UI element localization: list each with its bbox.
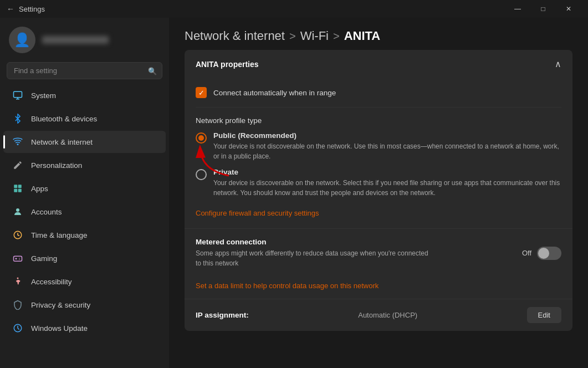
metered-status: Off	[522, 249, 531, 257]
data-limit-link[interactable]: Set a data limit to help control data us…	[196, 282, 379, 290]
network-label: Network & internet	[31, 138, 93, 146]
avatar-icon: 👤	[14, 32, 30, 48]
bluetooth-icon	[12, 113, 23, 124]
svg-point-8	[16, 208, 19, 212]
ip-label: IP assignment:	[196, 311, 249, 319]
search-box: 🔍	[7, 62, 162, 79]
public-text: Public (Recommended) Your device is not …	[213, 131, 561, 161]
private-option[interactable]: Private Your device is discoverable on t…	[196, 168, 561, 198]
svg-point-3	[17, 144, 19, 145]
accessibility-label: Accessibility	[31, 278, 72, 286]
back-button[interactable]: ←	[7, 4, 14, 13]
sidebar-item-time[interactable]: Time & language	[3, 224, 166, 246]
sidebar-item-personalization[interactable]: Personalization	[3, 154, 166, 176]
personalization-label: Personalization	[31, 161, 82, 170]
time-icon	[12, 229, 23, 241]
sidebar-item-update[interactable]: Windows Update	[3, 317, 166, 339]
section-header[interactable]: ANITA properties ∧	[185, 50, 572, 78]
toggle-thumb	[538, 248, 549, 259]
main-content: Network & internet > Wi-Fi > ANITA ANITA…	[169, 18, 588, 368]
search-input[interactable]	[7, 62, 162, 79]
minimize-button[interactable]: —	[505, 0, 530, 18]
sidebar-item-gaming[interactable]: Gaming	[3, 247, 166, 269]
svg-point-14	[19, 259, 20, 260]
svg-rect-5	[18, 185, 22, 188]
apps-label: Apps	[31, 185, 48, 193]
connect-auto-row: ✓ Connect automatically when in range	[196, 83, 561, 103]
radio-options-container: Public (Recommended) Your device is not …	[196, 131, 561, 198]
section-title: ANITA properties	[196, 60, 259, 69]
svg-point-15	[17, 278, 19, 279]
ip-assignment-row: IP assignment: Automatic (DHCP) Edit	[185, 299, 572, 331]
sidebar: 👤 🔍 System Bl	[0, 18, 169, 368]
public-radio[interactable]	[196, 132, 207, 144]
connect-auto-label: Connect automatically when in range	[213, 89, 336, 97]
section-body: ✓ Connect automatically when in range Ne…	[185, 78, 572, 228]
accounts-icon	[12, 206, 23, 217]
ip-value: Automatic (DHCP)	[358, 311, 417, 319]
sidebar-item-system[interactable]: System	[3, 84, 166, 106]
private-title: Private	[213, 168, 561, 176]
sidebar-item-accessibility[interactable]: Accessibility	[3, 270, 166, 293]
svg-rect-10	[14, 256, 22, 261]
edit-button[interactable]: Edit	[527, 307, 561, 323]
metered-right: Off	[522, 247, 561, 260]
network-profile-label: Network profile type	[196, 116, 561, 125]
collapse-chevron: ∧	[555, 59, 561, 69]
privacy-icon	[12, 299, 23, 310]
avatar: 👤	[9, 27, 35, 53]
sidebar-item-network[interactable]: Network & internet	[3, 131, 166, 153]
metered-text: Metered connection Some apps might work …	[196, 238, 428, 268]
data-limit-container: Set a data limit to help control data us…	[185, 277, 572, 299]
sidebar-item-privacy[interactable]: Privacy & security	[3, 294, 166, 316]
firewall-link[interactable]: Configure firewall and security settings	[196, 209, 319, 217]
close-button[interactable]: ✕	[556, 0, 581, 18]
svg-rect-7	[18, 189, 22, 192]
system-icon	[12, 90, 23, 101]
personalization-icon	[12, 160, 23, 171]
sidebar-header: 👤	[0, 18, 169, 58]
private-radio[interactable]	[196, 169, 207, 180]
breadcrumb-part2: Wi-Fi	[300, 29, 329, 43]
public-option[interactable]: Public (Recommended) Your device is not …	[196, 131, 561, 161]
apps-icon	[12, 183, 23, 194]
sidebar-item-apps[interactable]: Apps	[3, 177, 166, 200]
titlebar: ← Settings — □ ✕	[0, 0, 588, 18]
metered-title: Metered connection	[196, 238, 428, 246]
private-desc: Your device is discoverable on the netwo…	[213, 178, 561, 198]
titlebar-left: ← Settings	[7, 4, 45, 13]
breadcrumb-part3: ANITA	[344, 29, 381, 43]
gaming-icon	[12, 253, 23, 264]
time-label: Time & language	[31, 231, 88, 239]
metered-row: Metered connection Some apps might work …	[185, 229, 572, 277]
app-container: 👤 🔍 System Bl	[0, 18, 588, 368]
sidebar-item-accounts[interactable]: Accounts	[3, 201, 166, 223]
private-text: Private Your device is discoverable on t…	[213, 168, 561, 198]
user-name	[42, 36, 109, 44]
system-label: System	[31, 91, 56, 100]
accounts-label: Accounts	[31, 208, 62, 216]
connect-auto-checkbox[interactable]: ✓	[196, 87, 207, 98]
search-icon: 🔍	[148, 67, 157, 75]
metered-desc: Some apps might work differently to redu…	[196, 248, 428, 268]
privacy-label: Privacy & security	[31, 301, 90, 309]
maximize-button[interactable]: □	[530, 0, 556, 18]
svg-rect-6	[14, 189, 17, 192]
metered-toggle[interactable]	[537, 247, 561, 260]
public-title: Public (Recommended)	[213, 131, 561, 140]
checkmark-icon: ✓	[198, 89, 204, 97]
anita-properties-card: ANITA properties ∧ ✓ Connect automatical…	[185, 50, 572, 331]
breadcrumb-part1: Network & internet	[185, 29, 285, 43]
divider	[196, 107, 561, 108]
sidebar-item-bluetooth[interactable]: Bluetooth & devices	[3, 108, 166, 130]
svg-rect-0	[14, 91, 22, 98]
breadcrumb: Network & internet > Wi-Fi > ANITA	[169, 18, 588, 50]
breadcrumb-sep1: >	[289, 30, 296, 43]
accessibility-icon	[12, 276, 23, 287]
app-title: Settings	[19, 5, 45, 13]
svg-point-13	[19, 258, 20, 259]
svg-rect-4	[14, 185, 17, 188]
content-area: ANITA properties ∧ ✓ Connect automatical…	[169, 50, 588, 350]
breadcrumb-sep2: >	[333, 30, 340, 43]
bluetooth-label: Bluetooth & devices	[31, 115, 97, 123]
